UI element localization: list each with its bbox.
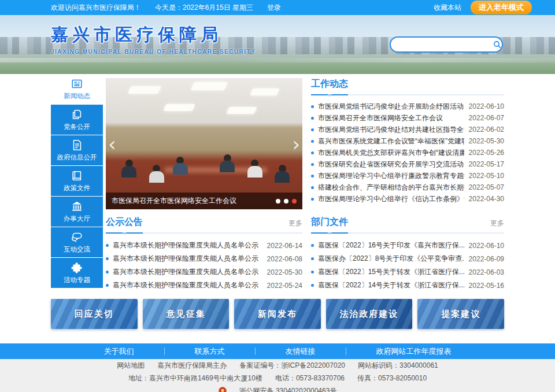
carousel-dot-active[interactable] (292, 199, 297, 204)
sidebar-item-party-affairs[interactable]: 党务公开 (51, 105, 103, 135)
news-item: 市医保局机关党总支部获评嘉兴市争创“建设清廉机...2022-05-26 (311, 147, 504, 158)
carousel-next-arrow[interactable]: › (292, 134, 300, 154)
sidebar-item-interaction[interactable]: 互动交流 (51, 227, 103, 257)
footer-nav: 关于我们 联系方式 友情链接 政府网站工作年度报表 (0, 343, 555, 359)
pages-icon (71, 108, 83, 121)
sidebar-item-news[interactable]: 新闻动态 (51, 74, 103, 104)
welcome-text: 欢迎访问嘉兴市医疗保障局！ (51, 3, 141, 13)
news-item: 搭建校企合作、产学研相结合的平台嘉兴市长期护理...2022-05-07 (311, 182, 504, 193)
news-link[interactable]: 市医保局召开全市医保网络安全工作会议 (318, 113, 464, 123)
news-link[interactable]: 嘉兴市本级长期护理保险重度失能人员名单公示（2... (113, 280, 262, 290)
sitemap-link[interactable]: 网站地图 (117, 361, 145, 371)
sidebar-item-service-hall[interactable]: 办事大厅 (51, 197, 103, 227)
sidebar-item-label: 活动专题 (64, 276, 90, 284)
news-link[interactable]: 嘉医保〔2022〕16号关于印发《嘉兴市医疗保... (318, 241, 464, 250)
carousel-prev-arrow[interactable]: ‹ (108, 134, 116, 154)
footer-nav-links[interactable]: 友情链接 (256, 346, 346, 357)
bullet-icon (106, 244, 109, 247)
footer-nav-contact[interactable]: 联系方式 (165, 346, 255, 357)
bullet-icon (311, 128, 314, 131)
more-link[interactable]: 更多 (288, 219, 302, 228)
bullet-icon (106, 284, 109, 287)
sidebar-item-label: 政策文件 (64, 184, 90, 193)
page-title: 嘉兴市医疗保障局 (51, 23, 256, 47)
police-record-link[interactable]: 浙公网安备 33040202000463号 (239, 386, 337, 392)
carousel-dot[interactable] (276, 199, 280, 204)
chat-icon (71, 231, 83, 243)
quick-link-press-release[interactable]: 新闻发布 (234, 299, 321, 329)
more-link[interactable]: 更多 (490, 219, 504, 228)
news-link[interactable]: 嘉兴市本级长期护理保险重度失能人员名单公示（2... (113, 267, 262, 277)
news-link[interactable]: 嘉医保办〔2022〕8号关于印发《公平竞争审查... (318, 254, 464, 264)
news-item: 市医保研究会赴省医保研究会开展学习交流活动2022-05-17 (311, 158, 504, 170)
bank-icon (71, 200, 83, 213)
news-item: 嘉医保〔2022〕16号关于印发《嘉兴市医疗保...2022-06-10 (311, 239, 504, 252)
today-date: 今天是：2022年6月15日 星期三 (155, 3, 253, 13)
sidebar-item-label: 互动交流 (64, 245, 90, 254)
bullet-icon (311, 163, 314, 166)
section-title: 部门文件 (311, 216, 348, 228)
search-input[interactable] (391, 40, 492, 49)
bullet-icon (311, 105, 314, 108)
bullet-icon (311, 151, 314, 154)
sidebar-item-label: 办事大厅 (64, 215, 90, 223)
topbar: 欢迎访问嘉兴市医疗保障局！ 今天是：2022年6月15日 星期三 登录 收藏本站… (0, 0, 555, 15)
news-link[interactable]: 嘉医保〔2022〕15号关于转发《浙江省医疗保... (318, 267, 464, 277)
bullet-icon (311, 140, 314, 143)
sidebar-item-gov-info[interactable]: 政府信息公开 (51, 135, 103, 165)
news-date: 2022-06-07 (469, 114, 504, 122)
news-link[interactable]: 市医保研究会赴省医保研究会开展学习交流活动 (318, 160, 464, 169)
sidebar-item-policy-files[interactable]: 政策文件 (51, 166, 103, 196)
news-link[interactable]: 嘉医保〔2022〕14号关于转发《浙江省医疗保... (318, 280, 464, 290)
elder-mode-button[interactable]: 进入老年模式 (471, 1, 532, 14)
quick-link-respond-concerns[interactable]: 回应关切 (51, 299, 138, 329)
news-date: 2022-06-10 (469, 242, 504, 250)
news-item: 市医保局党组书记冯俊华赴企开展助企纾困活动2022-06-10 (311, 101, 504, 112)
news-date: 2022-05-10 (469, 172, 504, 180)
news-link[interactable]: 市医保局党组书记冯俊华赴结对共建社区指导全国文... (318, 125, 464, 135)
sidebar-item-special-topics[interactable]: 活动专题 (51, 258, 103, 288)
footer-nav-about[interactable]: 关于我们 (74, 346, 164, 357)
main-content: 新闻动态 党务公开 政府信息公开 (51, 74, 504, 329)
phone-text: 电话：0573-83370706 (275, 373, 345, 383)
bullet-icon (311, 186, 314, 189)
document-icon (71, 139, 83, 151)
news-item: 嘉兴市本级长期护理保险重度失能人员名单公示（2...2022-06-14 (106, 239, 302, 252)
organizer-text: 嘉兴市医疗保障局主办 (157, 361, 227, 371)
bullet-icon (311, 271, 314, 273)
carousel-dot[interactable] (284, 199, 288, 204)
news-date: 2022-05-24 (267, 282, 302, 290)
news-item: 市医保局理论学习中心组举行廉政警示教育专题学习...2022-05-10 (311, 170, 504, 182)
news-link[interactable]: 市医保局理论学习中心组举行廉政警示教育专题学习... (318, 171, 464, 181)
news-link[interactable]: 嘉兴市本级长期护理保险重度失能人员名单公示（2... (113, 254, 262, 264)
news-link[interactable]: 市医保局党组书记冯俊华赴企开展助企纾困活动 (318, 102, 464, 112)
section-title: 工作动态 (311, 78, 348, 90)
news-carousel: ‹ › 市医保局召开全市医保网络安全工作会议 (106, 78, 302, 209)
news-link[interactable]: 市医保局机关党总支部获评嘉兴市争创“建设清廉机... (318, 148, 464, 158)
news-link[interactable]: 嘉兴市医保系统党建工作会议暨“幸福医保”党建联... (318, 136, 464, 146)
search-icon[interactable] (492, 37, 502, 52)
site-code: 网站标识码：3304000061 (358, 361, 438, 371)
news-date: 2022-06-10 (469, 102, 504, 110)
quick-link-proposals[interactable]: 提案建议 (417, 299, 504, 329)
news-date: 2022-05-26 (469, 149, 504, 157)
news-link[interactable]: 搭建校企合作、产学研相结合的平台嘉兴市长期护理... (318, 183, 464, 193)
bullet-icon (311, 244, 314, 247)
news-item: 嘉兴市本级长期护理保险重度失能人员名单公示（2...2022-06-08 (106, 252, 302, 265)
quick-link-opinion-collection[interactable]: 意见征集 (143, 299, 230, 329)
login-link[interactable]: 登录 (267, 3, 281, 13)
news-item: 市医保局党组书记冯俊华赴结对共建社区指导全国文...2022-06-02 (311, 124, 504, 135)
quick-link-law-gov-construction[interactable]: 法治政府建设 (326, 299, 413, 329)
news-item: 嘉兴市本级长期护理保险重度失能人员名单公示（2...2022-05-30 (106, 265, 302, 279)
news-item: 嘉医保办〔2022〕8号关于印发《公平竞争审查...2022-06-09 (311, 252, 504, 265)
carousel-caption[interactable]: 市医保局召开全市医保网络安全工作会议 (106, 196, 276, 206)
news-date: 2022-06-03 (469, 268, 504, 276)
carousel-slide-photo[interactable] (106, 78, 302, 209)
footer-nav-annual-report[interactable]: 政府网站工作年度报表 (346, 346, 482, 357)
news-link[interactable]: 嘉兴市本级长期护理保险重度失能人员名单公示（2... (113, 241, 262, 250)
page: 欢迎访问嘉兴市医疗保障局！ 今天是：2022年6月15日 星期三 登录 收藏本站… (0, 0, 555, 392)
news-link[interactable]: 市医保局理论学习中心组举行《信访工作条例》专题... (318, 194, 464, 204)
favorite-link[interactable]: 收藏本站 (434, 3, 461, 13)
fax-text: 传真：0573-82050010 (357, 373, 427, 383)
footer: 网站地图 嘉兴市医疗保障局主办 备案证编号：浙ICP备2022007020 网站… (0, 359, 555, 392)
